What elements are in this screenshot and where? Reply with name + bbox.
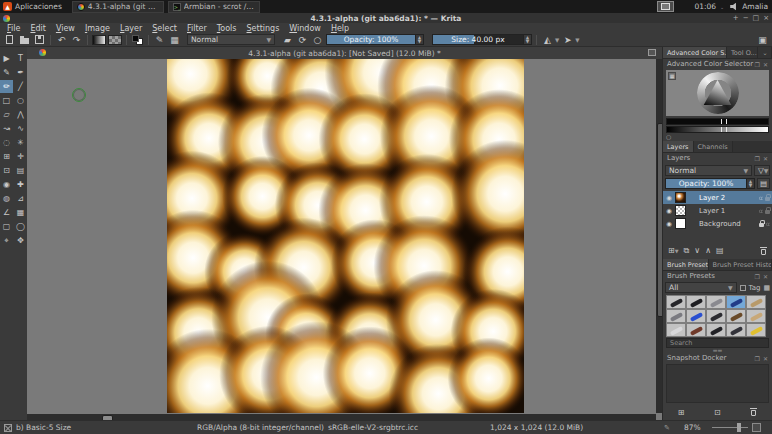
brush-presets-button[interactable]: ▦ <box>168 34 181 46</box>
layers-docker-header[interactable]: Layers ❐✕ <box>663 153 772 163</box>
tool-text[interactable]: T <box>14 52 27 65</box>
brush-preset-10[interactable] <box>666 323 686 337</box>
pattern-chooser[interactable] <box>108 35 122 45</box>
float-docker-icon[interactable]: ❐ <box>755 355 760 362</box>
tool-pan[interactable]: ✥ <box>14 234 27 247</box>
panel-chevron-icon[interactable]: ⌄ <box>720 4 724 10</box>
value-strip-1[interactable] <box>666 118 769 125</box>
tool-ellipse-select[interactable]: ◯ <box>14 220 27 233</box>
detach-canvas-button[interactable]: ○ <box>311 34 324 46</box>
pen-pressure-icon[interactable]: ✎ <box>664 424 670 432</box>
brush-preset-2[interactable] <box>706 295 726 309</box>
tool-fill[interactable]: ◍ <box>0 192 13 205</box>
selector-settings-icon[interactable]: ▦ <box>668 72 676 80</box>
menu-filter[interactable]: Filter <box>182 24 212 33</box>
color-selector-widget[interactable]: ▦ <box>666 70 769 116</box>
menu-select[interactable]: Select <box>147 24 182 33</box>
layer-row-layer1[interactable]: ◉ Layer 1 α <box>663 204 772 217</box>
tool-freehand-path[interactable]: ∿ <box>14 122 27 135</box>
taskbar-window-terminal[interactable]: >_ Armbian - scrot /home/a... <box>168 1 260 13</box>
tool-select-shapes[interactable]: ▶ <box>0 52 13 65</box>
taskbar-window-krita[interactable]: 4.3.1-alpha (git aba6da1... <box>72 1 164 13</box>
close-docker-icon[interactable]: ✕ <box>763 355 768 362</box>
float-docker-icon[interactable]: ❐ <box>755 155 760 162</box>
add-layer-button[interactable]: ⊞▼ <box>668 246 679 255</box>
eraser-mode-button[interactable]: ▰ <box>281 34 294 46</box>
current-brush-name[interactable]: b) Basic-5 Size <box>16 423 71 432</box>
tool-crop[interactable]: ⊡ <box>0 164 13 177</box>
zoom-level-label[interactable]: 87% <box>684 423 701 432</box>
tool-ellipse[interactable]: ○ <box>14 94 27 107</box>
duplicate-layer-button[interactable]: ⧉ <box>684 246 690 256</box>
tab-layers[interactable]: Layers <box>663 141 694 152</box>
clock[interactable]: 01:06 <box>694 2 716 11</box>
close-docker-icon[interactable]: ✕ <box>763 61 768 68</box>
tab-overflow-button[interactable]: ⌄ <box>758 47 772 58</box>
tool-move[interactable]: ✛ <box>14 150 27 163</box>
opacity-spinner[interactable]: ▲▼ <box>415 35 423 44</box>
visibility-eye-icon[interactable]: ◉ <box>665 207 673 215</box>
float-docker-icon[interactable]: ❐ <box>755 61 760 68</box>
tool-line[interactable]: ╱ <box>14 80 27 93</box>
size-slider[interactable]: Size: 40.00 px ▲▼ <box>432 34 532 45</box>
menu-help[interactable]: Help <box>326 24 354 33</box>
brush-preset-6[interactable] <box>686 309 706 323</box>
tool-polygon[interactable]: ▱ <box>0 108 13 121</box>
size-spinner[interactable]: ▲▼ <box>523 35 531 44</box>
tool-bezier-curve[interactable]: ↝ <box>0 122 13 135</box>
lock-icon[interactable] <box>759 223 764 227</box>
redo-button[interactable]: ↷ <box>70 34 83 46</box>
volume-icon[interactable] <box>730 3 738 11</box>
tool-multibrush[interactable]: ✳ <box>14 136 27 149</box>
tab-channels[interactable]: Channels <box>694 141 733 152</box>
dock-splitter[interactable]: ▬▬ <box>663 349 772 352</box>
layer-filter-button[interactable]: ▽ ▼ <box>754 165 770 176</box>
close-docker-icon[interactable]: ✕ <box>763 155 768 162</box>
move-layer-down-button[interactable]: ∨ <box>694 246 700 255</box>
menu-window[interactable]: Window <box>284 24 326 33</box>
tool-calligraphy[interactable]: ✒ <box>14 66 27 79</box>
tool-edit-shapes[interactable]: ✎ <box>0 66 13 79</box>
tool-gradient[interactable]: ▤ <box>14 164 27 177</box>
window-close-button[interactable]: × <box>763 14 769 22</box>
tab-advanced-color-selector[interactable]: Advanced Color S... <box>663 47 727 58</box>
lock-icon[interactable] <box>765 210 770 214</box>
opacity-slider[interactable]: Opacity: 100% ▲▼ <box>326 34 424 45</box>
brush-docker-header[interactable]: Brush Presets ❐✕ <box>663 271 772 281</box>
window-pin-button[interactable]: + <box>733 14 739 22</box>
edit-brush-settings-button[interactable]: ✎ <box>153 34 166 46</box>
tool-reference-images[interactable]: ▦ <box>14 206 27 219</box>
value-strip-2[interactable] <box>666 126 769 133</box>
tool-rect-select[interactable]: ▢ <box>0 220 13 233</box>
menu-tools[interactable]: Tools <box>212 24 242 33</box>
visibility-eye-icon[interactable]: ◉ <box>665 194 673 202</box>
system-tray-icon[interactable] <box>657 1 674 12</box>
preset-filter-select[interactable]: All ▼ <box>665 282 737 293</box>
brush-preset-0[interactable] <box>666 295 686 309</box>
document-tab-bar[interactable]: 4.3.1-alpha (git aba6da1): [Not Saved] (… <box>27 47 662 59</box>
tool-assistants[interactable]: ⊿ <box>14 192 27 205</box>
user-name[interactable]: Amalia <box>742 2 768 11</box>
window-maximize-button[interactable]: □ <box>753 14 760 22</box>
canvas-only-mode-button[interactable] <box>752 423 761 432</box>
layer-blending-mode-select[interactable]: Normal ▼ <box>665 165 752 176</box>
brush-preset-4[interactable] <box>746 295 766 309</box>
tool-smart-patch[interactable]: ✚ <box>14 178 27 191</box>
menu-layer[interactable]: Layer <box>115 24 147 33</box>
menu-image[interactable]: Image <box>80 24 115 33</box>
subwindow-restore-button[interactable] <box>648 49 656 56</box>
selection-indicator-icon[interactable] <box>4 424 12 432</box>
tool-zoom-tool[interactable]: ⌖ <box>0 234 13 247</box>
acs-docker-header[interactable]: Advanced Color Selector ❐✕ <box>663 59 772 69</box>
wrap-around-button[interactable]: ➤ ▼ <box>561 34 579 46</box>
brush-preset-5[interactable] <box>666 309 686 323</box>
layer-options-button[interactable]: ▤ <box>757 178 770 189</box>
brush-preset-7[interactable] <box>706 309 726 323</box>
layer-opacity-spinner[interactable]: ▲▼ <box>746 179 754 188</box>
delete-snapshot-button[interactable] <box>750 408 757 416</box>
menu-settings[interactable]: Settings <box>242 24 285 33</box>
gradient-chooser[interactable] <box>92 35 106 45</box>
workspace-chooser-button[interactable]: ▣ <box>756 34 769 46</box>
tool-dynamic-brush[interactable]: ◌ <box>0 136 13 149</box>
layer-row-background[interactable]: ◉ Background α <box>663 217 772 230</box>
